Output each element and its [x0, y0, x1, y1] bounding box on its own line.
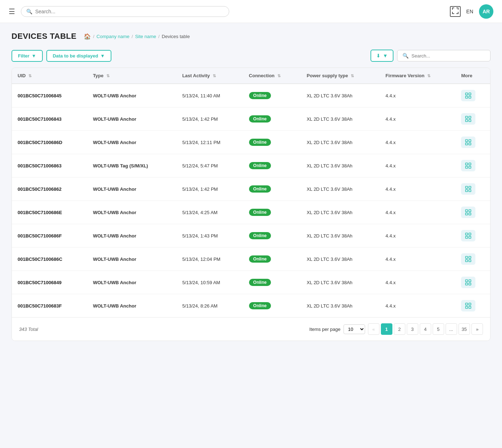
svg-rect-26 — [466, 236, 468, 239]
page-1-button[interactable]: 1 — [381, 323, 392, 335]
col-firmware[interactable]: Firmware Version ⇅ — [380, 68, 456, 84]
breadcrumb-site[interactable]: Site name — [135, 34, 156, 39]
more-button[interactable] — [461, 160, 475, 171]
power-supply-cell: XL 2D LTC 3.6V 38Ah — [301, 107, 380, 131]
table-row: 001BC50C71006863 WOLT-UWB Tag (S/M/XL) 5… — [12, 154, 490, 177]
type-cell: WOLT-UWB Anchor — [87, 177, 177, 201]
data-display-button[interactable]: Data to be displayed ▼ — [46, 50, 111, 62]
uid-cell: 001BC50C7100683F — [12, 294, 87, 318]
download-button[interactable]: ⬇ ▼ — [370, 50, 393, 62]
page-last-button[interactable]: 35 — [459, 323, 470, 335]
svg-rect-15 — [469, 166, 471, 168]
uid-cell: 001BC50C71006863 — [12, 154, 87, 177]
more-button[interactable] — [461, 253, 475, 265]
more-cell — [455, 107, 490, 131]
uid-cell: 001BC50C7100686F — [12, 224, 87, 248]
more-cell — [455, 248, 490, 271]
last-activity-cell: 5/13/24, 11:40 AM — [176, 84, 243, 107]
more-button[interactable] — [461, 183, 475, 195]
firmware-cell: 4.4.x — [380, 271, 456, 294]
table-row: 001BC50C7100686F WOLT-UWB Anchor 5/13/24… — [12, 224, 490, 248]
more-button[interactable] — [461, 207, 475, 218]
uid-cell: 001BC50C71006849 — [12, 271, 87, 294]
breadcrumb-home-icon[interactable]: 🏠 — [84, 33, 91, 40]
connection-cell: Online — [243, 224, 301, 248]
table-footer: 343 Total Items per page 10 25 50 100 « … — [12, 317, 490, 341]
col-uid[interactable]: UID ⇅ — [12, 68, 87, 84]
last-activity-cell: 5/13/24, 1:43 PM — [176, 224, 243, 248]
more-button[interactable] — [461, 137, 475, 148]
last-activity-cell: 5/13/24, 4:25 AM — [176, 201, 243, 224]
connection-cell: Online — [243, 201, 301, 224]
svg-rect-0 — [466, 93, 468, 95]
uid-cell: 001BC50C71006843 — [12, 107, 87, 131]
fullscreen-icon[interactable] — [450, 6, 461, 17]
col-last-activity[interactable]: Last Activity ⇅ — [176, 68, 243, 84]
page-next-button[interactable]: » — [471, 323, 483, 335]
svg-rect-21 — [469, 210, 471, 212]
col-power-supply[interactable]: Power supply type ⇅ — [301, 68, 380, 84]
type-cell: WOLT-UWB Anchor — [87, 224, 177, 248]
online-badge: Online — [249, 139, 271, 146]
last-activity-cell: 5/13/24, 1:42 PM — [176, 177, 243, 201]
more-button[interactable] — [461, 90, 475, 101]
uid-cell: 001BC50C7100686C — [12, 248, 87, 271]
svg-rect-11 — [469, 143, 471, 145]
svg-rect-39 — [469, 306, 471, 309]
more-button[interactable] — [461, 277, 475, 288]
svg-rect-12 — [466, 163, 468, 165]
page-5-button[interactable]: 5 — [433, 323, 444, 335]
table-search-input[interactable] — [411, 53, 485, 59]
breadcrumb-sep-2: / — [132, 34, 133, 39]
more-cell — [455, 294, 490, 318]
online-badge: Online — [249, 162, 271, 169]
col-connection[interactable]: Connection ⇅ — [243, 68, 301, 84]
language-selector[interactable]: EN — [466, 9, 473, 14]
topnav-right: EN AR — [450, 4, 493, 19]
firmware-cell: 4.4.x — [380, 84, 456, 107]
data-display-chevron-icon: ▼ — [100, 53, 105, 59]
more-button[interactable] — [461, 230, 475, 241]
last-activity-cell: 5/13/24, 12:04 PM — [176, 248, 243, 271]
filter-chevron-icon: ▼ — [32, 53, 36, 59]
connection-sort-icon: ⇅ — [277, 74, 281, 78]
power-supply-cell: XL 2D LTC 3.6V 38Ah — [301, 294, 380, 318]
page-3-button[interactable]: 3 — [407, 323, 418, 335]
page-ellipsis: ... — [446, 323, 457, 335]
firmware-cell: 4.4.x — [380, 248, 456, 271]
page-2-button[interactable]: 2 — [394, 323, 405, 335]
table-row: 001BC50C7100686D WOLT-UWB Anchor 5/13/24… — [12, 131, 490, 154]
more-button[interactable] — [461, 113, 475, 125]
page-content: DEVICES TABLE 🏠 / Company name / Site na… — [0, 23, 502, 350]
connection-cell: Online — [243, 154, 301, 177]
online-badge: Online — [249, 302, 271, 309]
col-type[interactable]: Type ⇅ — [87, 68, 177, 84]
online-badge: Online — [249, 279, 271, 286]
items-per-page-select[interactable]: 10 25 50 100 — [344, 324, 365, 334]
page-first-button[interactable]: « — [368, 323, 379, 335]
items-per-page: Items per page 10 25 50 100 — [309, 324, 365, 334]
filter-label: Filter — [18, 53, 29, 59]
svg-rect-23 — [469, 213, 471, 215]
filter-button[interactable]: Filter ▼ — [11, 50, 43, 62]
last-activity-cell: 5/13/24, 1:42 PM — [176, 107, 243, 131]
page-4-button[interactable]: 4 — [420, 323, 431, 335]
table-row: 001BC50C71006845 WOLT-UWB Anchor 5/13/24… — [12, 84, 490, 107]
power-supply-cell: XL 2D LTC 3.6V 38Ah — [301, 177, 380, 201]
svg-rect-37 — [469, 303, 471, 305]
breadcrumb-company[interactable]: Company name — [97, 34, 130, 39]
table-row: 001BC50C7100686E WOLT-UWB Anchor 5/13/24… — [12, 201, 490, 224]
last-activity-cell: 5/13/24, 8:26 AM — [176, 294, 243, 318]
svg-rect-14 — [466, 166, 468, 168]
svg-rect-13 — [469, 163, 471, 165]
online-badge: Online — [249, 115, 271, 123]
firmware-cell: 4.4.x — [380, 294, 456, 318]
global-search-input[interactable] — [35, 9, 224, 14]
power-supply-cell: XL 2D LTC 3.6V 38Ah — [301, 224, 380, 248]
more-button[interactable] — [461, 300, 475, 311]
hamburger-icon[interactable]: ☰ — [9, 7, 15, 16]
svg-rect-5 — [469, 116, 471, 119]
user-avatar[interactable]: AR — [479, 4, 493, 19]
svg-rect-4 — [466, 116, 468, 119]
connection-cell: Online — [243, 271, 301, 294]
